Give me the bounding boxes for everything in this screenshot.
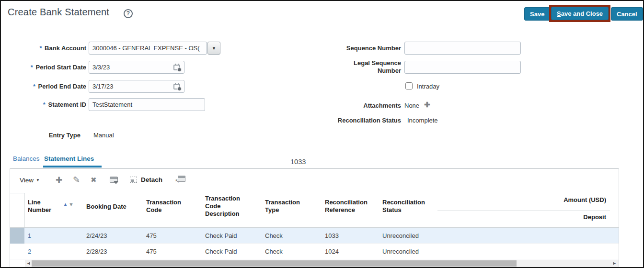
query-by-example-icon[interactable] (110, 177, 118, 183)
bank-account-label: * Bank Account (1, 45, 86, 52)
cell-line-number[interactable]: 1 (28, 232, 31, 239)
row-selector[interactable] (10, 228, 24, 244)
save-button[interactable]: Save (524, 7, 550, 21)
gutter-top-border (10, 193, 24, 193)
amount-group-divider (437, 211, 610, 211)
add-row-icon[interactable]: ✚ (56, 175, 62, 185)
scroll-left-icon[interactable]: ◄ (26, 261, 31, 266)
delete-row-icon[interactable]: ✖ (91, 176, 97, 184)
column-header-line-number[interactable]: Line Number (28, 199, 58, 214)
cell-line-number[interactable]: 2 (28, 248, 31, 255)
cell-transaction-code-description: Check Paid (205, 232, 237, 239)
period-start-date-label: * Period Start Date (1, 64, 86, 71)
cell-booking-date: 2/28/23 (86, 248, 107, 255)
intraday-checkbox[interactable] (405, 82, 413, 89)
sort-ascending-icon[interactable]: ▲ (63, 201, 69, 207)
freeze-arrow-icon: ↖ (175, 178, 179, 184)
required-marker: * (39, 45, 42, 52)
column-header-deposit[interactable]: Deposit (510, 213, 606, 221)
entry-type-label: Entry Type (1, 132, 80, 139)
tab-balances[interactable]: Balances (13, 155, 40, 162)
intraday-label: Intraday (417, 83, 439, 90)
cell-reconciliation-status: Unreconciled (382, 232, 419, 239)
column-header-reconciliation-status[interactable]: Reconciliation Status (382, 199, 434, 214)
reconciliation-status-label: Reconciliation Status (324, 117, 401, 124)
date-picker-icon[interactable] (173, 83, 181, 90)
detach-icon[interactable] (130, 177, 137, 183)
column-header-transaction-code[interactable]: Transaction Code (146, 199, 190, 214)
period-end-date-input[interactable] (89, 80, 184, 92)
cell-transaction-code: 475 (146, 232, 157, 239)
save-and-close-highlight-frame: Save and Close (549, 5, 610, 22)
period-end-date-field[interactable] (89, 80, 184, 93)
sort-descending-icon[interactable]: ▼ (69, 201, 74, 207)
view-menu-button[interactable]: View▼ (20, 177, 40, 184)
statement-id-label: * Statement ID (1, 101, 86, 109)
sequence-number-field[interactable] (404, 42, 521, 55)
dropdown-arrow-icon: ▼ (212, 46, 216, 51)
legal-sequence-number-label: Legal Sequence Number (348, 59, 401, 75)
active-tab-underline (43, 166, 102, 168)
attachments-label: Attachments (324, 102, 401, 110)
period-start-date-input[interactable] (89, 61, 184, 73)
date-picker-icon[interactable] (173, 64, 181, 71)
period-start-date-field[interactable] (89, 61, 184, 74)
cancel-button[interactable]: Cancel (611, 7, 643, 21)
statement-id-field[interactable] (89, 98, 205, 111)
cell-reconciliation-status: Unreconciled (382, 248, 419, 255)
help-icon[interactable]: ? (124, 9, 133, 18)
create-bank-statement-page: Create Bank Statement ? Save Save and Cl… (0, 0, 644, 268)
cell-transaction-code-description: Check Paid (205, 248, 237, 255)
sequence-number-label: Sequence Number (324, 45, 401, 52)
statement-id-input[interactable] (89, 99, 205, 111)
page-title: Create Bank Statement (8, 7, 109, 18)
horizontal-scrollbar-thumb[interactable] (32, 260, 517, 267)
statement-lines-panel: View▼ ✚ ✎ ✖ Detach ↖ Line Number ▲▼ Book… (10, 168, 619, 268)
sequence-number-input[interactable] (405, 42, 520, 54)
add-attachment-icon[interactable]: ✚ (424, 100, 430, 109)
bank-account-input[interactable] (89, 42, 207, 54)
column-group-amount-usd: Amount (USD) (510, 196, 606, 204)
column-header-reconciliation-reference[interactable]: Reconciliation Reference (325, 199, 377, 214)
sort-controls[interactable]: ▲▼ (63, 201, 74, 207)
cell-transaction-type: Check (265, 248, 283, 255)
table-row[interactable]: 1 2/24/23 475 Check Paid Check 1033 Unre… (10, 228, 619, 244)
cell-reconciliation-reference: 1033 (325, 232, 339, 239)
cell-booking-date: 2/24/23 (86, 232, 107, 239)
cell-transaction-code: 475 (146, 248, 157, 255)
stray-value-1033: 1033 (290, 158, 306, 166)
save-and-close-button[interactable]: Save and Close (551, 7, 609, 20)
cell-reconciliation-reference: 1024 (325, 248, 339, 255)
legal-sequence-number-input[interactable] (405, 61, 520, 73)
table-row[interactable]: 2 2/28/23 475 Check Paid Check 1024 Unre… (10, 244, 619, 259)
bank-account-field[interactable] (89, 42, 207, 55)
attachments-value: None (404, 102, 419, 109)
bank-account-dropdown-button[interactable]: ▼ (207, 42, 220, 55)
edit-row-icon[interactable]: ✎ (73, 175, 80, 185)
column-header-transaction-code-description[interactable]: Transaction Code Description (205, 195, 250, 218)
freeze-icon[interactable]: ↖ (178, 176, 185, 182)
column-header-booking-date[interactable]: Booking Date (86, 203, 139, 211)
scroll-right-icon[interactable]: ► (612, 261, 617, 266)
period-end-date-label: * Period End Date (1, 83, 86, 90)
entry-type-value: Manual (93, 132, 114, 139)
detach-button[interactable]: Detach (141, 176, 162, 183)
view-menu-caret-icon: ▼ (36, 178, 40, 182)
cell-transaction-type: Check (265, 232, 283, 239)
column-header-transaction-type[interactable]: Transaction Type (265, 199, 309, 214)
reconciliation-status-value: Incomplete (407, 117, 438, 124)
legal-sequence-number-field[interactable] (404, 61, 521, 74)
tab-statement-lines[interactable]: Statement Lines (44, 155, 94, 162)
row-selector[interactable] (10, 244, 24, 259)
